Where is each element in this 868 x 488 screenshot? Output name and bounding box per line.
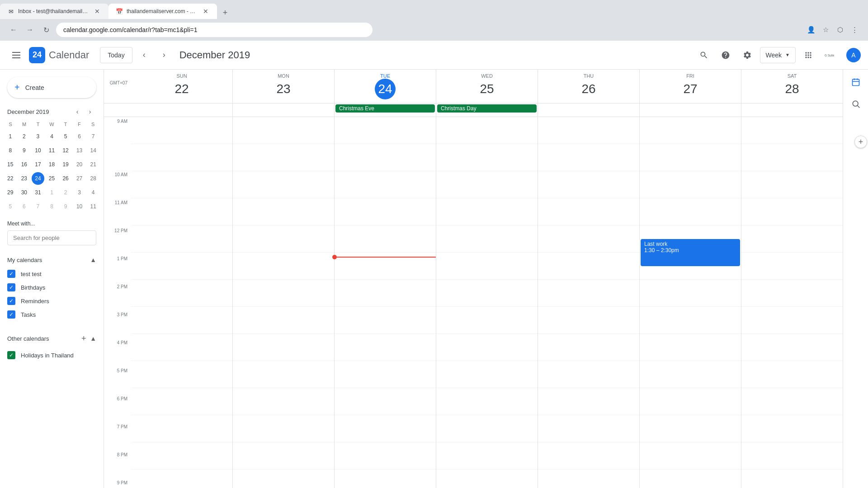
mini-cal-day-26[interactable]: 26 bbox=[59, 172, 72, 185]
mini-cal-day-30[interactable]: 30 bbox=[18, 186, 30, 199]
mini-cal-next[interactable]: › bbox=[84, 105, 96, 118]
day-col-mon[interactable] bbox=[232, 117, 334, 488]
mini-cal-day-21[interactable]: 21 bbox=[87, 158, 99, 171]
mini-cal-day-jan4[interactable]: 4 bbox=[87, 186, 99, 199]
mini-cal-day-29[interactable]: 29 bbox=[4, 186, 17, 199]
calendar-item-reminders[interactable]: ✓ Reminders bbox=[0, 294, 104, 308]
day-number-23[interactable]: 23 bbox=[273, 79, 294, 99]
back-button[interactable]: ← bbox=[7, 23, 20, 36]
tab-calendar[interactable]: 📅 thailandemailserver.com - Calen... ✕ bbox=[108, 4, 217, 19]
calendar-checkbox-test-test[interactable]: ✓ bbox=[7, 270, 15, 278]
tab-gmail[interactable]: ✉ Inbox - test@thailandemailserver ✕ bbox=[0, 4, 108, 19]
mini-cal-day-18[interactable]: 18 bbox=[45, 158, 58, 171]
menu-button[interactable] bbox=[7, 46, 25, 64]
mini-cal-day-31[interactable]: 31 bbox=[32, 186, 44, 199]
reload-button[interactable]: ↻ bbox=[40, 23, 52, 36]
mini-cal-day-11[interactable]: 11 bbox=[45, 144, 58, 157]
more-icon[interactable]: ⋮ bbox=[848, 23, 861, 36]
help-button[interactable] bbox=[717, 46, 735, 64]
mini-cal-prev[interactable]: ‹ bbox=[71, 105, 84, 118]
mini-cal-day-8[interactable]: 8 bbox=[4, 144, 17, 157]
tab-gmail-close[interactable]: ✕ bbox=[93, 7, 101, 15]
today-button[interactable]: Today bbox=[100, 47, 132, 63]
allday-col-wed[interactable]: Christmas Day bbox=[436, 103, 538, 117]
calendar-item-holidays[interactable]: ✓ Holidays in Thailand bbox=[0, 348, 104, 362]
allday-col-mon[interactable] bbox=[232, 103, 334, 117]
prev-week-button[interactable]: ‹ bbox=[136, 47, 152, 63]
create-button[interactable]: + Create bbox=[7, 77, 96, 98]
add-event-fab[interactable]: + bbox=[854, 136, 867, 148]
mini-cal-day-12[interactable]: 12 bbox=[59, 144, 72, 157]
mini-cal-day-jan9[interactable]: 9 bbox=[59, 200, 72, 213]
view-selector[interactable]: Week ▼ bbox=[760, 47, 796, 63]
mini-cal-day-19[interactable]: 19 bbox=[59, 158, 72, 171]
mini-cal-day-10[interactable]: 10 bbox=[32, 144, 44, 157]
profile-icon[interactable]: 👤 bbox=[805, 23, 817, 36]
last-work-event[interactable]: Last work 1:30 – 2:30pm bbox=[641, 239, 740, 266]
mini-cal-day-jan1[interactable]: 1 bbox=[45, 186, 58, 199]
calendar-checkbox-holidays[interactable]: ✓ bbox=[7, 351, 15, 359]
allday-col-thu[interactable] bbox=[538, 103, 639, 117]
mini-cal-day-jan2[interactable]: 2 bbox=[59, 186, 72, 199]
christmas-day-event[interactable]: Christmas Day bbox=[437, 104, 537, 113]
day-number-24[interactable]: 24 bbox=[375, 79, 396, 99]
mini-cal-day-23[interactable]: 23 bbox=[18, 172, 30, 185]
forward-button[interactable]: → bbox=[24, 23, 36, 36]
search-button[interactable] bbox=[695, 46, 713, 64]
search-people-input[interactable] bbox=[7, 230, 96, 245]
other-calendars-header[interactable]: Other calendars + ▲ bbox=[0, 328, 104, 348]
other-calendars-add-icon[interactable]: + bbox=[77, 332, 90, 345]
mini-cal-day-28[interactable]: 28 bbox=[87, 172, 99, 185]
calendar-item-tasks[interactable]: ✓ Tasks bbox=[0, 308, 104, 321]
calendar-item-test-test[interactable]: ✓ test test bbox=[0, 267, 104, 281]
mini-cal-day-5[interactable]: 5 bbox=[59, 130, 72, 143]
allday-col-fri[interactable] bbox=[639, 103, 741, 117]
day-col-tue[interactable] bbox=[334, 117, 436, 488]
mini-cal-day-25[interactable]: 25 bbox=[45, 172, 58, 185]
calendar-checkbox-tasks[interactable]: ✓ bbox=[7, 310, 15, 319]
user-avatar[interactable]: A bbox=[846, 48, 861, 62]
mini-cal-day-jan6[interactable]: 6 bbox=[18, 200, 30, 213]
mini-cal-day-15[interactable]: 15 bbox=[4, 158, 17, 171]
mini-cal-day-16[interactable]: 16 bbox=[18, 158, 30, 171]
extensions-icon[interactable]: ⬡ bbox=[834, 23, 846, 36]
mini-cal-day-7[interactable]: 7 bbox=[87, 130, 99, 143]
next-week-button[interactable]: › bbox=[156, 47, 172, 63]
mini-cal-day-17[interactable]: 17 bbox=[32, 158, 44, 171]
allday-col-sun[interactable] bbox=[131, 103, 232, 117]
right-icon-calendar[interactable] bbox=[847, 73, 865, 91]
day-number-25[interactable]: 25 bbox=[476, 79, 497, 99]
calendar-item-birthdays[interactable]: ✓ Birthdays bbox=[0, 281, 104, 294]
mini-cal-day-22[interactable]: 22 bbox=[4, 172, 17, 185]
mini-cal-day-14[interactable]: 14 bbox=[87, 144, 99, 157]
tab-calendar-close[interactable]: ✕ bbox=[202, 7, 210, 15]
mini-cal-day-3[interactable]: 3 bbox=[32, 130, 44, 143]
mini-cal-day-jan8[interactable]: 8 bbox=[45, 200, 58, 213]
day-number-28[interactable]: 28 bbox=[782, 79, 802, 99]
allday-col-sat[interactable] bbox=[741, 103, 843, 117]
day-col-fri[interactable]: Last work 1:30 – 2:30pm bbox=[639, 117, 741, 488]
mini-cal-day-jan10[interactable]: 10 bbox=[73, 200, 86, 213]
calendar-checkbox-birthdays[interactable]: ✓ bbox=[7, 283, 15, 291]
mini-cal-day-jan5[interactable]: 5 bbox=[4, 200, 17, 213]
mini-cal-day-20[interactable]: 20 bbox=[73, 158, 86, 171]
mini-cal-day-6[interactable]: 6 bbox=[73, 130, 86, 143]
mini-cal-day-1[interactable]: 1 bbox=[4, 130, 17, 143]
day-col-sun[interactable] bbox=[131, 117, 232, 488]
day-number-27[interactable]: 27 bbox=[680, 79, 701, 99]
star-icon[interactable]: ☆ bbox=[819, 23, 832, 36]
day-col-sat[interactable] bbox=[741, 117, 843, 488]
day-col-wed[interactable] bbox=[436, 117, 538, 488]
new-tab-button[interactable]: + bbox=[219, 6, 231, 19]
mini-cal-day-24[interactable]: 24 bbox=[32, 172, 44, 185]
right-icon-search[interactable] bbox=[847, 95, 865, 113]
day-col-thu[interactable] bbox=[538, 117, 639, 488]
apps-button[interactable] bbox=[799, 46, 817, 64]
calendar-checkbox-reminders[interactable]: ✓ bbox=[7, 297, 15, 305]
my-calendars-header[interactable]: My calendars ▲ bbox=[0, 253, 104, 267]
mini-cal-day-jan3[interactable]: 3 bbox=[73, 186, 86, 199]
allday-col-tue[interactable]: Christmas Eve bbox=[334, 103, 436, 117]
mini-cal-day-4[interactable]: 4 bbox=[45, 130, 58, 143]
day-number-26[interactable]: 26 bbox=[578, 79, 599, 99]
settings-button[interactable] bbox=[738, 46, 756, 64]
